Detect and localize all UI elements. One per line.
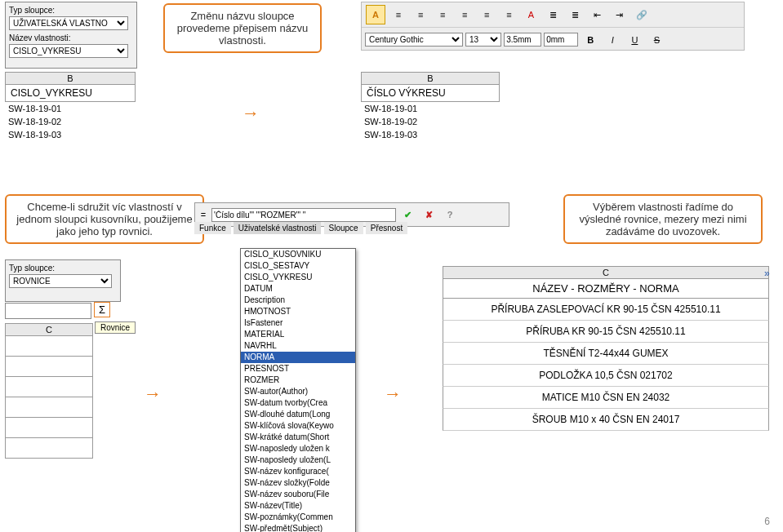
spacing2-input[interactable]: [544, 33, 578, 47]
property-item[interactable]: HMOTNOST: [241, 306, 355, 317]
callout-select: Výběrem vlastnosti řadíme do výsledné ro…: [563, 194, 763, 244]
col-header-c: C: [443, 266, 769, 279]
result-row: PŘÍRUBA ZASLEPOVACÍ KR 90-15 ČSN 425510.…: [443, 299, 769, 321]
strike-button[interactable]: S: [647, 31, 665, 49]
typ-sloupce-label: Typ sloupce:: [9, 6, 55, 15]
result-row: PODLOŽKA 10,5 ČSN 021702: [443, 365, 769, 387]
callout-combine: Chceme-li sdružit víc vlastností v jedno…: [5, 194, 204, 244]
bold-button[interactable]: B: [581, 31, 599, 49]
result-title: NÁZEV - ROZMĚRY - NORMA: [443, 279, 769, 299]
blank-cell: [5, 336, 93, 357]
arrow-right-icon: →: [384, 383, 402, 405]
cell: SW-18-19-03: [5, 128, 136, 141]
indent-right-icon[interactable]: ⇥: [611, 6, 629, 24]
list-num-icon[interactable]: ≣: [545, 6, 563, 24]
underline-button[interactable]: U: [625, 31, 643, 49]
typ-sloupce-select[interactable]: UŽIVATELSKÁ VLASTNO: [9, 16, 128, 30]
col-title-before: CISLO_VYKRESU: [5, 85, 136, 102]
scroll-indicator-icon: »: [764, 268, 770, 279]
align-left-icon[interactable]: ≡: [389, 6, 407, 24]
property-dropdown[interactable]: CISLO_KUSOVNIKUCISLO_SESTAVYCISLO_VYKRES…: [240, 248, 356, 532]
blank-cell: [5, 377, 93, 397]
cancel-icon[interactable]: ✘: [420, 206, 438, 224]
formula-input[interactable]: [5, 303, 91, 319]
blank-cell: [5, 418, 93, 438]
property-item[interactable]: NORMA: [241, 352, 355, 363]
property-item[interactable]: SW-naposledy uložen(L: [241, 454, 355, 466]
help-icon[interactable]: ?: [441, 206, 459, 224]
cell: SW-18-19-02: [5, 115, 136, 128]
align-center-icon[interactable]: ≡: [412, 6, 429, 24]
nazev-vlastnosti-select[interactable]: CISLO_VYKRESU: [9, 44, 128, 58]
nazev-vlastnosti-label: Název vlastnosti:: [9, 33, 71, 42]
tooltip-rovnice: Rovnice: [95, 321, 136, 334]
property-item[interactable]: CISLO_KUSOVNIKU: [241, 249, 355, 260]
col-header-b: B: [5, 72, 136, 85]
property-item[interactable]: SW-datum tvorby(Crea: [241, 397, 355, 409]
col-title-after: ČÍSLO VÝKRESU: [361, 85, 500, 102]
typ-sloupce-select2[interactable]: ROVNICE: [9, 274, 112, 288]
property-item[interactable]: SW-poznámky(Commen: [241, 512, 355, 523]
cell: SW-18-19-03: [361, 128, 500, 141]
arrow-right-icon: →: [242, 103, 260, 124]
italic-button[interactable]: I: [603, 31, 621, 49]
tab-sloupce[interactable]: Sloupce: [324, 222, 363, 234]
property-item[interactable]: ROZMER: [241, 375, 355, 386]
property-item[interactable]: DATUM: [241, 283, 355, 295]
sigma-button[interactable]: Σ: [94, 302, 110, 317]
blank-cell: [5, 357, 93, 377]
col-header-b: B: [361, 72, 500, 85]
formula-field[interactable]: [211, 208, 396, 222]
property-item[interactable]: SW-název konfigurace(: [241, 466, 355, 477]
property-item[interactable]: Description: [241, 295, 355, 306]
result-row: ŠROUB M10 x 40 ČSN EN 24017: [443, 409, 769, 431]
cell: SW-18-19-02: [361, 115, 500, 128]
property-item[interactable]: MATERIAL: [241, 329, 355, 340]
property-item[interactable]: SW-krátké datum(Short: [241, 432, 355, 443]
cell: SW-18-19-01: [5, 102, 136, 115]
link-icon[interactable]: 🔗: [633, 6, 651, 24]
property-item[interactable]: SW-předmět(Subject): [241, 523, 355, 532]
blank-cell: [5, 438, 93, 459]
tab-uziv-vlastnosti[interactable]: Uživatelské vlastnosti: [234, 222, 322, 234]
property-item[interactable]: NAVRHL: [241, 340, 355, 352]
property-item[interactable]: SW-název složky(Folde: [241, 477, 355, 489]
tab-presnost[interactable]: Přesnost: [366, 222, 407, 234]
property-item[interactable]: PRESNOST: [241, 363, 355, 375]
align-mid-icon[interactable]: ≡: [478, 6, 496, 24]
col-header-c: C: [5, 323, 93, 336]
page-number: 6: [764, 516, 770, 527]
spacing-input[interactable]: [504, 33, 541, 47]
property-item[interactable]: SW-autor(Author): [241, 386, 355, 397]
indent-left-icon[interactable]: ⇤: [589, 6, 607, 24]
property-item[interactable]: IsFastener: [241, 317, 355, 329]
property-item[interactable]: SW-název souboru(File: [241, 489, 355, 500]
font-color-icon[interactable]: A: [522, 6, 540, 24]
callout-rename: Změnu názvu sloupce provedeme přepisem n…: [163, 3, 322, 53]
property-item[interactable]: SW-název(Title): [241, 500, 355, 512]
align-right-icon[interactable]: ≡: [434, 6, 452, 24]
result-row: MATICE M10 ČSN EN 24032: [443, 387, 769, 409]
result-row: TĚSNĚNÍ T2-44x44 GUMEX: [443, 343, 769, 365]
property-item[interactable]: CISLO_VYKRESU: [241, 272, 355, 283]
font-size-select[interactable]: 13: [465, 33, 501, 47]
property-item[interactable]: CISLO_SESTAVY: [241, 260, 355, 272]
font-select[interactable]: Century Gothic: [365, 33, 463, 47]
equals-icon: =: [197, 210, 210, 219]
align-bot-icon[interactable]: ≡: [500, 6, 518, 24]
property-item[interactable]: SW-naposledy uložen k: [241, 443, 355, 454]
arrow-right-icon: →: [144, 383, 162, 405]
cell: SW-18-19-01: [361, 102, 500, 115]
property-item[interactable]: SW-dlouhé datum(Long: [241, 409, 355, 420]
blank-cell: [5, 397, 93, 418]
property-item[interactable]: SW-klíčová slova(Keywo: [241, 420, 355, 432]
typ-sloupce-label2: Typ sloupce:: [9, 264, 55, 273]
result-row: PŘÍRUBA KR 90-15 ČSN 425510.11: [443, 321, 769, 343]
tab-funkce[interactable]: Funkce: [194, 222, 231, 234]
list-bullet-icon[interactable]: ≣: [567, 6, 585, 24]
ok-icon[interactable]: ✔: [398, 206, 416, 224]
align-top-icon[interactable]: ≡: [456, 6, 474, 24]
text-style-icon[interactable]: A: [366, 5, 385, 24]
